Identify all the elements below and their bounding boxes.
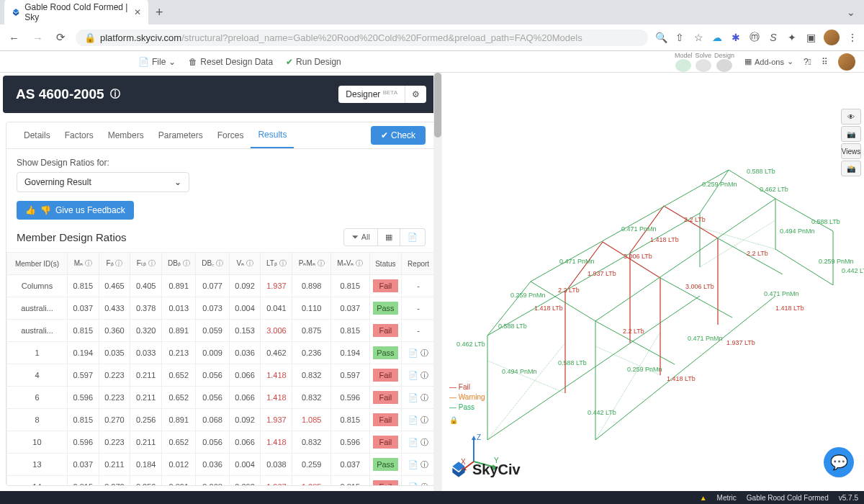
col-header[interactable]: Vₙ ⓘ [229, 253, 261, 275]
user-avatar[interactable] [838, 53, 855, 71]
report-doc-icon[interactable]: 📄 [408, 371, 418, 379]
col-header[interactable]: Mₙ ⓘ [67, 253, 99, 275]
tab-forces[interactable]: Forces [210, 123, 251, 148]
tab-results[interactable]: Results [251, 122, 294, 148]
profile-avatar[interactable] [824, 30, 840, 45]
table-row[interactable]: 10.1940.0350.0330.2130.0090.0360.4620.23… [7, 342, 436, 364]
results-table-wrap[interactable]: Member ID(s)Mₙ ⓘFᵦ ⓘFₜᵦ ⓘDBᵦ ⓘDB꜀ ⓘVₙ ⓘL… [6, 252, 436, 485]
file-menu[interactable]: 📄File ⌄ [138, 57, 176, 67]
col-header[interactable]: Report [402, 253, 436, 275]
svg-marker-1 [472, 436, 476, 440]
col-header[interactable]: Fₜᵦ ⓘ [130, 253, 162, 275]
table-row[interactable]: 40.5970.2230.2110.6520.0560.0661.4180.83… [7, 364, 436, 387]
col-header[interactable]: DBᵦ ⓘ [162, 253, 196, 275]
run-design-button[interactable]: ✔Run Design [286, 57, 341, 67]
menu-icon[interactable]: ⋮ [847, 32, 858, 43]
mode-pill-solve[interactable] [696, 59, 711, 72]
chevron-down-icon[interactable]: ⌄ [847, 6, 860, 18]
ext-icon[interactable]: ✱ [730, 32, 742, 43]
table-row[interactable]: australi...0.8150.3600.3200.8910.0590.15… [7, 320, 436, 342]
col-header[interactable]: MₙVₙ ⓘ [330, 253, 369, 275]
export-button[interactable]: 📄 [400, 228, 426, 246]
report-info-icon[interactable]: ⓘ [420, 415, 428, 424]
structure-3d-view[interactable]: 0.588 LTb0.259 PnMn0.462 LTb2.2 LTb0.588… [442, 152, 864, 476]
col-header[interactable]: PₙMₙ ⓘ [292, 253, 331, 275]
reset-button[interactable]: 🗑Reset Design Data [189, 57, 273, 67]
viewer-pane[interactable]: 👁 📷 Views 📸 [442, 73, 864, 492]
designer-toggle[interactable]: Designer BETA [338, 86, 405, 103]
check-button[interactable]: ✔Check [371, 126, 426, 145]
addons-menu[interactable]: ▦ Add-ons ⌄ [744, 57, 793, 66]
report-doc-icon[interactable]: 📄 [408, 438, 418, 446]
filter-all-button[interactable]: ⏷ All [343, 228, 378, 246]
mode-pill-design[interactable] [716, 59, 732, 72]
mode-switcher[interactable]: Model Solve Design [675, 52, 734, 72]
report-doc-icon[interactable]: 📄 [408, 393, 418, 402]
report-info-icon[interactable]: ⓘ [420, 393, 428, 402]
member-ratio-label: 3.006 LTb [685, 283, 714, 290]
ext-icon[interactable]: ⓜ [749, 31, 760, 44]
table-row[interactable]: 140.8150.2700.2560.8910.0680.0921.9371.0… [7, 476, 436, 486]
camera-tool[interactable]: 📷 [841, 126, 861, 142]
report-doc-icon[interactable]: 📄 [408, 348, 418, 357]
results-table: Member ID(s)Mₙ ⓘFᵦ ⓘFₜᵦ ⓘDBᵦ ⓘDB꜀ ⓘVₙ ⓘL… [6, 252, 436, 485]
tab-parameters[interactable]: Parameters [151, 123, 210, 148]
table-row[interactable]: 100.5960.2230.2110.6520.0560.0661.4180.8… [7, 431, 436, 454]
warning-icon[interactable]: ▲ [700, 494, 707, 502]
ext-icon[interactable]: S [768, 32, 779, 43]
tab-members[interactable]: Members [101, 123, 151, 148]
scrollbar[interactable] [433, 73, 442, 492]
col-header[interactable]: LTᵦ ⓘ [261, 253, 292, 275]
mode-pill-model[interactable] [675, 59, 691, 72]
col-header[interactable]: Status [369, 253, 402, 275]
share-icon[interactable]: ⇧ [674, 32, 685, 43]
ext-icon[interactable]: ☁ [711, 32, 723, 43]
extensions-icon[interactable]: ✦ [786, 32, 798, 43]
units-label[interactable]: Metric [717, 494, 737, 502]
table-row[interactable]: 130.0370.2110.1840.0120.0360.0040.0380.2… [7, 454, 436, 476]
report-doc-icon[interactable]: 📄 [408, 415, 418, 424]
lock-icon[interactable]: 🔒 [449, 415, 485, 426]
grid-view-button[interactable]: ▦ [378, 228, 400, 246]
report-info-icon[interactable]: ⓘ [420, 371, 428, 379]
chat-button[interactable]: 💬 [824, 447, 854, 477]
gear-icon: ⚙ [412, 89, 420, 99]
col-header[interactable]: DB꜀ ⓘ [196, 253, 229, 275]
table-row[interactable]: Columns0.8150.4650.4050.8910.0770.0921.9… [7, 275, 436, 297]
settings-button[interactable]: ⚙ [405, 86, 426, 103]
col-header[interactable]: Member ID(s) [7, 253, 68, 275]
tab-factors[interactable]: Factors [58, 123, 101, 148]
table-row[interactable]: 60.5960.2230.2110.6520.0560.0661.4180.83… [7, 387, 436, 409]
url-path: /structural?preload_name=Gable%20Rood%20… [181, 32, 582, 43]
report-info-icon[interactable]: ⓘ [420, 438, 428, 446]
tab-details[interactable]: Details [17, 123, 58, 148]
reload-button[interactable]: ⟳ [53, 30, 68, 45]
design-header: AS 4600-2005 ⓘ Designer BETA ⚙ [3, 76, 439, 113]
apps-grid-icon[interactable]: ⠿ [822, 57, 828, 67]
table-row[interactable]: 80.8150.2700.2560.8910.0680.0921.9371.08… [7, 409, 436, 431]
grid-icon: ▦ [744, 57, 752, 66]
info-icon[interactable]: ⓘ [110, 88, 120, 101]
url-input[interactable]: 🔒 platform.skyciv.com/structural?preload… [76, 30, 648, 46]
ratio-filter-select[interactable]: Governing Result ⌄ [17, 172, 189, 192]
help-icon[interactable]: ?⃝ [804, 57, 811, 67]
table-row[interactable]: australi...0.0370.4330.3780.0130.0730.00… [7, 297, 436, 320]
report-info-icon[interactable]: ⓘ [420, 460, 428, 469]
visibility-tool[interactable]: 👁 [841, 109, 861, 125]
report-info-icon[interactable]: ⓘ [420, 482, 428, 486]
forward-button[interactable]: → [30, 30, 46, 45]
new-tab-button[interactable]: + [148, 5, 171, 20]
col-header[interactable]: Fᵦ ⓘ [99, 253, 130, 275]
report-doc-icon[interactable]: 📄 [408, 460, 418, 469]
panel-icon[interactable]: ▣ [805, 32, 816, 43]
status-badge: Fail [373, 413, 399, 426]
report-doc-icon[interactable]: 📄 [408, 482, 418, 486]
back-button[interactable]: ← [6, 30, 22, 45]
browser-tab[interactable]: Gable Rood Cold Formed | Sky ✕ [4, 0, 148, 27]
chevron-down-icon: ⌄ [168, 57, 176, 67]
close-tab-icon[interactable]: ✕ [134, 7, 141, 17]
report-info-icon[interactable]: ⓘ [420, 348, 428, 357]
star-icon[interactable]: ☆ [693, 32, 704, 43]
feedback-button[interactable]: 👍 👎 Give us Feedback [17, 201, 134, 220]
search-icon[interactable]: 🔍 [655, 32, 667, 43]
